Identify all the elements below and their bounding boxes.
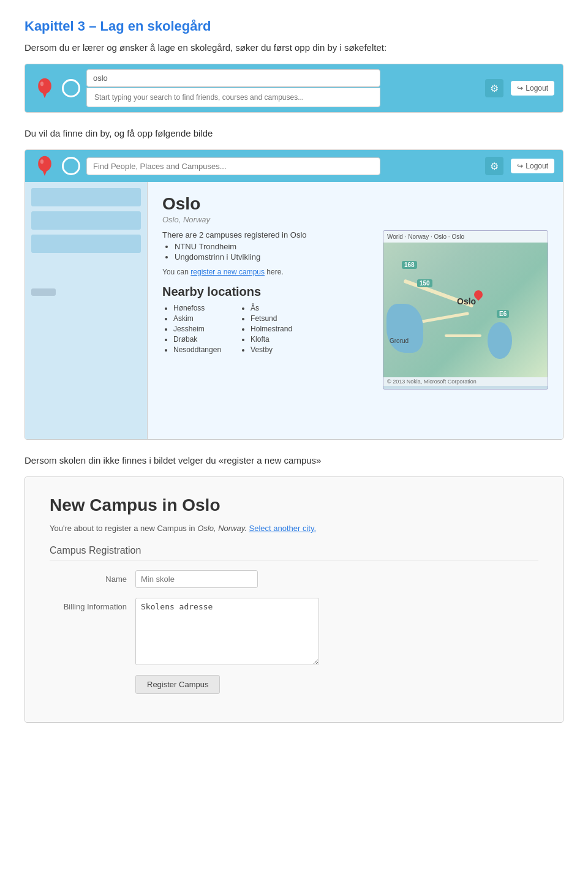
search-wrapper: oslo Start typing your search to find fr… — [86, 69, 479, 107]
map-road-num-e6: E6 — [497, 310, 509, 318]
form-section-title: Campus Registration — [50, 545, 538, 560]
form-row-name: Name — [50, 570, 538, 588]
svg-point-0 — [38, 78, 51, 94]
logout-label-2: Logout — [526, 162, 548, 170]
nearby-item-7: Fetsund — [251, 314, 292, 323]
nearby-heading: Nearby locations — [162, 285, 373, 299]
nearby-item-10: Vestby — [251, 345, 292, 354]
gear-icon-2[interactable]: ⚙ — [485, 157, 503, 175]
new-campus-body: New Campus in Oslo You're about to regis… — [25, 477, 563, 722]
svg-marker-4 — [42, 170, 47, 176]
intro-text: Dersom du er lærer og ønsker å lage en s… — [24, 40, 564, 55]
form-row-submit: Register Campus — [50, 675, 538, 694]
new-campus-screenshot: New Campus in Oslo You're about to regis… — [24, 477, 564, 723]
result-text-col: There are 2 campuses registered in Oslo … — [162, 230, 373, 390]
logout-button-2[interactable]: ↪ Logout — [511, 159, 554, 173]
app-logo-2 — [34, 155, 56, 177]
app-screenshot-1: oslo Start typing your search to find fr… — [24, 64, 564, 113]
campus-item-1: NTNU Trondheim — [175, 242, 373, 251]
nearby-col-1: Hønefoss Askim Jessheim Drøbak Nesoddtan… — [162, 304, 221, 356]
app-screenshot-2: ⚙ ↪ Logout Oslo Oslo, Norway — [24, 149, 564, 440]
map-water-2 — [488, 322, 512, 359]
sidebar-inner — [25, 182, 147, 302]
sidebar-item-3 — [31, 235, 141, 253]
nav-right-2: ⚙ ↪ Logout — [485, 157, 554, 175]
campuses-list: NTNU Trondheim Ungdomstrinn i Utvikling — [175, 242, 373, 262]
logo-balloon-icon-2 — [35, 155, 55, 177]
register-link: You can register a new campus here. — [162, 268, 373, 276]
nearby-list: Hønefoss Askim Jessheim Drøbak Nesoddtan… — [162, 304, 373, 356]
nav-circle-2 — [62, 157, 80, 175]
nearby-item-1: Hønefoss — [173, 304, 221, 312]
svg-marker-1 — [42, 92, 47, 98]
logout-label: Logout — [526, 84, 548, 92]
nearby-col-2: Ås Fetsund Holmestrand Klofta Vestby — [239, 304, 292, 356]
result-sidebar — [25, 182, 148, 439]
middle-text: Du vil da finne din by, og få opp følgen… — [24, 126, 564, 141]
result-page: Oslo Oslo, Norway There are 2 campuses r… — [25, 182, 563, 439]
nearby-item-8: Holmestrand — [251, 325, 292, 333]
register-campus-link[interactable]: register a new campus — [190, 268, 265, 276]
campuses-text: There are 2 campuses registered in Oslo — [162, 230, 307, 239]
search-input-2[interactable] — [86, 157, 380, 175]
logout-arrow-icon: ↪ — [517, 84, 523, 92]
campus-item-2: Ungdomstrinn i Utvikling — [175, 252, 373, 262]
logout-arrow-icon-2: ↪ — [517, 162, 523, 170]
svg-point-2 — [40, 81, 43, 86]
sidebar-item-1 — [31, 188, 141, 206]
register-text: You can — [162, 268, 189, 276]
search-dropdown: Start typing your search to find friends… — [86, 88, 380, 107]
map-road-2 — [420, 312, 469, 323]
name-input[interactable] — [135, 570, 258, 588]
sidebar-item-2 — [31, 211, 141, 230]
navbar-1: oslo Start typing your search to find fr… — [25, 64, 563, 112]
map-road-3 — [445, 334, 481, 337]
register-campus-button[interactable]: Register Campus — [135, 675, 220, 694]
svg-point-3 — [38, 156, 51, 171]
subtitle-city: Oslo, Norway. — [197, 524, 247, 533]
new-campus-title: New Campus in Oslo — [50, 495, 538, 515]
select-another-city-link[interactable]: Select another city. — [249, 524, 317, 533]
nav-circle — [62, 79, 80, 97]
page-title: Kapittel 3 – Lag en skolegård — [24, 18, 564, 34]
register-suffix: here. — [266, 268, 283, 276]
map-footer: © 2013 Nokia, Microsoft Corporation — [383, 377, 548, 386]
app-logo — [34, 77, 56, 99]
search-wrapper-2 — [86, 157, 479, 175]
svg-point-5 — [40, 159, 43, 164]
search-input[interactable]: oslo — [86, 69, 380, 87]
billing-textarea[interactable]: Skolens adresse — [135, 598, 319, 665]
map-water-1 — [386, 304, 423, 353]
result-main: Oslo Oslo, Norway There are 2 campuses r… — [148, 182, 563, 439]
new-campus-subtitle: You're about to register a new Campus in… — [50, 524, 538, 533]
result-content-row: There are 2 campuses registered in Oslo … — [162, 230, 548, 390]
map-body: Oslo 150 E6 168 Grorud — [383, 243, 548, 377]
nearby-item-4: Drøbak — [173, 335, 221, 344]
navbar-2: ⚙ ↪ Logout — [25, 150, 563, 182]
name-label: Name — [50, 570, 135, 584]
city-name: Oslo — [162, 194, 548, 214]
nav-right: ⚙ ↪ Logout — [485, 79, 554, 97]
map-breadcrumb: World · Norway · Oslo · Oslo — [383, 231, 548, 243]
logout-button[interactable]: ↪ Logout — [511, 81, 554, 96]
nearby-item-9: Klofta — [251, 335, 292, 344]
map-oslo-label: Oslo — [457, 296, 476, 306]
billing-label: Billing Information — [50, 598, 135, 611]
nearby-item-3: Jessheim — [173, 325, 221, 333]
map-grorud-label: Grorud — [390, 337, 409, 344]
bottom-text: Dersom skolen din ikke finnes i bildet v… — [24, 453, 564, 468]
map-road-num-150: 150 — [417, 279, 432, 287]
map-container: World · Norway · Oslo · Oslo Oslo 150 E6 — [383, 230, 548, 390]
campuses-section: There are 2 campuses registered in Oslo … — [162, 230, 373, 262]
gear-icon[interactable]: ⚙ — [485, 79, 503, 97]
nearby-item-5: Nesoddtangen — [173, 345, 221, 354]
form-row-billing: Billing Information Skolens adresse — [50, 598, 538, 665]
subtitle-text: You're about to register a new Campus in — [50, 524, 195, 533]
nearby-item-2: Askim — [173, 314, 221, 323]
logo-balloon-icon — [35, 77, 55, 99]
city-subtitle: Oslo, Norway — [162, 215, 548, 224]
nearby-item-6: Ås — [251, 304, 292, 312]
map-road-num-168: 168 — [402, 261, 417, 269]
sidebar-scrollbar[interactable] — [31, 288, 56, 296]
